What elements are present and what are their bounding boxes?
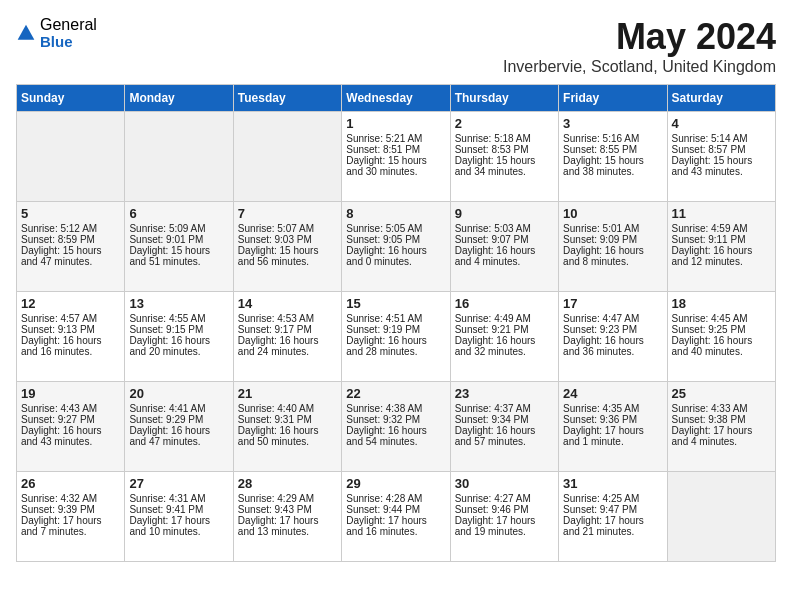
day-number: 17: [563, 296, 662, 311]
sunset-text: Sunset: 9:19 PM: [346, 324, 445, 335]
sunrise-text: Sunrise: 4:59 AM: [672, 223, 771, 234]
day-number: 16: [455, 296, 554, 311]
sunset-text: Sunset: 9:29 PM: [129, 414, 228, 425]
day-number: 18: [672, 296, 771, 311]
day-number: 29: [346, 476, 445, 491]
sunset-text: Sunset: 8:59 PM: [21, 234, 120, 245]
sunrise-text: Sunrise: 4:35 AM: [563, 403, 662, 414]
daylight-text: Daylight: 15 hours and 47 minutes.: [21, 245, 120, 267]
sunrise-text: Sunrise: 5:21 AM: [346, 133, 445, 144]
daylight-text: Daylight: 15 hours and 43 minutes.: [672, 155, 771, 177]
daylight-text: Daylight: 16 hours and 16 minutes.: [21, 335, 120, 357]
sunset-text: Sunset: 8:57 PM: [672, 144, 771, 155]
weekday-header-tuesday: Tuesday: [233, 85, 341, 112]
daylight-text: Daylight: 16 hours and 0 minutes.: [346, 245, 445, 267]
daylight-text: Daylight: 16 hours and 50 minutes.: [238, 425, 337, 447]
sunset-text: Sunset: 9:41 PM: [129, 504, 228, 515]
daylight-text: Daylight: 16 hours and 57 minutes.: [455, 425, 554, 447]
weekday-header-friday: Friday: [559, 85, 667, 112]
daylight-text: Daylight: 17 hours and 21 minutes.: [563, 515, 662, 537]
day-number: 24: [563, 386, 662, 401]
day-number: 10: [563, 206, 662, 221]
calendar-week-row: 26Sunrise: 4:32 AMSunset: 9:39 PMDayligh…: [17, 472, 776, 562]
calendar-cell: 31Sunrise: 4:25 AMSunset: 9:47 PMDayligh…: [559, 472, 667, 562]
calendar-week-row: 19Sunrise: 4:43 AMSunset: 9:27 PMDayligh…: [17, 382, 776, 472]
day-number: 19: [21, 386, 120, 401]
calendar-cell: 1Sunrise: 5:21 AMSunset: 8:51 PMDaylight…: [342, 112, 450, 202]
location-subtitle: Inverbervie, Scotland, United Kingdom: [503, 58, 776, 76]
sunset-text: Sunset: 8:51 PM: [346, 144, 445, 155]
weekday-header-saturday: Saturday: [667, 85, 775, 112]
sunset-text: Sunset: 9:39 PM: [21, 504, 120, 515]
calendar-cell: [233, 112, 341, 202]
day-number: 5: [21, 206, 120, 221]
weekday-header-thursday: Thursday: [450, 85, 558, 112]
sunrise-text: Sunrise: 4:47 AM: [563, 313, 662, 324]
calendar-cell: 8Sunrise: 5:05 AMSunset: 9:05 PMDaylight…: [342, 202, 450, 292]
daylight-text: Daylight: 16 hours and 8 minutes.: [563, 245, 662, 267]
daylight-text: Daylight: 15 hours and 56 minutes.: [238, 245, 337, 267]
daylight-text: Daylight: 16 hours and 43 minutes.: [21, 425, 120, 447]
day-number: 31: [563, 476, 662, 491]
calendar-cell: [17, 112, 125, 202]
day-number: 2: [455, 116, 554, 131]
calendar-cell: 13Sunrise: 4:55 AMSunset: 9:15 PMDayligh…: [125, 292, 233, 382]
sunrise-text: Sunrise: 4:53 AM: [238, 313, 337, 324]
day-number: 28: [238, 476, 337, 491]
sunset-text: Sunset: 9:38 PM: [672, 414, 771, 425]
calendar-cell: 30Sunrise: 4:27 AMSunset: 9:46 PMDayligh…: [450, 472, 558, 562]
sunset-text: Sunset: 9:21 PM: [455, 324, 554, 335]
sunrise-text: Sunrise: 4:38 AM: [346, 403, 445, 414]
sunrise-text: Sunrise: 5:01 AM: [563, 223, 662, 234]
daylight-text: Daylight: 17 hours and 4 minutes.: [672, 425, 771, 447]
weekday-header-wednesday: Wednesday: [342, 85, 450, 112]
calendar-cell: 17Sunrise: 4:47 AMSunset: 9:23 PMDayligh…: [559, 292, 667, 382]
calendar-cell: 27Sunrise: 4:31 AMSunset: 9:41 PMDayligh…: [125, 472, 233, 562]
calendar-cell: 9Sunrise: 5:03 AMSunset: 9:07 PMDaylight…: [450, 202, 558, 292]
sunrise-text: Sunrise: 5:14 AM: [672, 133, 771, 144]
day-number: 6: [129, 206, 228, 221]
calendar-week-row: 1Sunrise: 5:21 AMSunset: 8:51 PMDaylight…: [17, 112, 776, 202]
day-number: 27: [129, 476, 228, 491]
calendar-cell: 18Sunrise: 4:45 AMSunset: 9:25 PMDayligh…: [667, 292, 775, 382]
logo: General Blue: [16, 16, 97, 50]
sunset-text: Sunset: 9:32 PM: [346, 414, 445, 425]
page-header: General Blue May 2024 Inverbervie, Scotl…: [16, 16, 776, 76]
sunset-text: Sunset: 9:23 PM: [563, 324, 662, 335]
sunset-text: Sunset: 9:27 PM: [21, 414, 120, 425]
calendar-cell: 25Sunrise: 4:33 AMSunset: 9:38 PMDayligh…: [667, 382, 775, 472]
daylight-text: Daylight: 15 hours and 51 minutes.: [129, 245, 228, 267]
day-number: 22: [346, 386, 445, 401]
sunrise-text: Sunrise: 5:03 AM: [455, 223, 554, 234]
sunset-text: Sunset: 9:15 PM: [129, 324, 228, 335]
sunset-text: Sunset: 9:25 PM: [672, 324, 771, 335]
sunset-text: Sunset: 9:36 PM: [563, 414, 662, 425]
daylight-text: Daylight: 16 hours and 24 minutes.: [238, 335, 337, 357]
calendar-week-row: 12Sunrise: 4:57 AMSunset: 9:13 PMDayligh…: [17, 292, 776, 382]
daylight-text: Daylight: 17 hours and 10 minutes.: [129, 515, 228, 537]
day-number: 9: [455, 206, 554, 221]
calendar-cell: 10Sunrise: 5:01 AMSunset: 9:09 PMDayligh…: [559, 202, 667, 292]
sunrise-text: Sunrise: 5:16 AM: [563, 133, 662, 144]
weekday-header-monday: Monday: [125, 85, 233, 112]
svg-marker-0: [18, 25, 35, 40]
sunrise-text: Sunrise: 4:49 AM: [455, 313, 554, 324]
calendar-cell: 5Sunrise: 5:12 AMSunset: 8:59 PMDaylight…: [17, 202, 125, 292]
daylight-text: Daylight: 17 hours and 19 minutes.: [455, 515, 554, 537]
day-number: 20: [129, 386, 228, 401]
calendar-cell: 29Sunrise: 4:28 AMSunset: 9:44 PMDayligh…: [342, 472, 450, 562]
sunrise-text: Sunrise: 4:40 AM: [238, 403, 337, 414]
calendar-table: SundayMondayTuesdayWednesdayThursdayFrid…: [16, 84, 776, 562]
day-number: 12: [21, 296, 120, 311]
calendar-cell: 3Sunrise: 5:16 AMSunset: 8:55 PMDaylight…: [559, 112, 667, 202]
sunset-text: Sunset: 9:01 PM: [129, 234, 228, 245]
calendar-cell: 26Sunrise: 4:32 AMSunset: 9:39 PMDayligh…: [17, 472, 125, 562]
daylight-text: Daylight: 16 hours and 54 minutes.: [346, 425, 445, 447]
calendar-cell: 11Sunrise: 4:59 AMSunset: 9:11 PMDayligh…: [667, 202, 775, 292]
daylight-text: Daylight: 16 hours and 36 minutes.: [563, 335, 662, 357]
calendar-cell: 23Sunrise: 4:37 AMSunset: 9:34 PMDayligh…: [450, 382, 558, 472]
calendar-cell: 28Sunrise: 4:29 AMSunset: 9:43 PMDayligh…: [233, 472, 341, 562]
day-number: 4: [672, 116, 771, 131]
sunrise-text: Sunrise: 5:12 AM: [21, 223, 120, 234]
sunset-text: Sunset: 9:03 PM: [238, 234, 337, 245]
